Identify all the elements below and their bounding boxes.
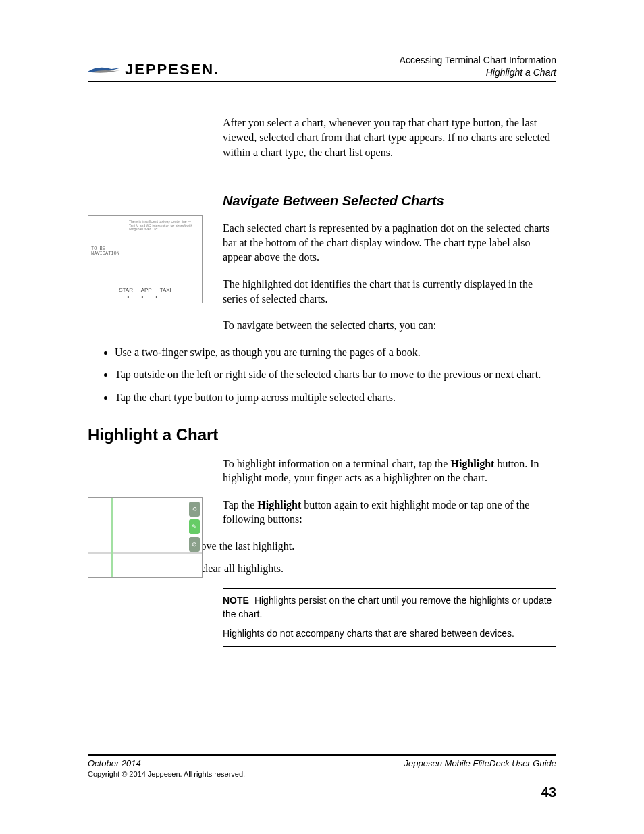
logo-text: JEPPESEN. [125,61,219,78]
undo-icon: ⟲ [189,502,200,517]
note-p2: Highlights do not accompany charts that … [223,627,556,641]
thumb-toolbar: ⟲ ✎ ⊘ [189,502,200,552]
highlight-heading: Highlight a Chart [88,425,556,444]
navigate-bullet-3: Tap the chart type button to jump across… [115,390,556,405]
footer-copyright: Copyright © 2014 Jeppesen. All rights re… [88,770,556,778]
logo: JEPPESEN. [88,61,219,78]
thumb-dot-labels: STAR APP TAXI [88,287,202,293]
highlight-thumbnail: ⟲ ✎ ⊘ [88,497,203,578]
page-header: JEPPESEN. Accessing Terminal Chart Infor… [88,54,556,82]
navigate-p2: The highlighted dot identifies the chart… [223,277,556,306]
thumb-map-stub [88,498,202,577]
highlight-p1-a: To highlight information on a terminal c… [223,458,450,469]
navigate-p1: Each selected chart is represented by a … [223,221,556,265]
footer-date: October 2014 [88,758,141,768]
highlight-p1: To highlight information on a terminal c… [223,457,556,486]
highlight-p2: Tap the Highlight button again to exit h… [223,498,556,527]
highlight-p2-a: Tap the [223,499,257,511]
jeppesen-bird-icon [88,63,122,76]
highlight-icon: ✎ [189,519,200,534]
navigate-p3: To navigate between the selected charts,… [223,318,556,333]
note-text-1: Highlights persist on the chart until yo… [223,595,552,619]
intro-paragraph: After you select a chart, whenever you t… [223,115,556,159]
navigate-bullet-2: Tap outside on the left or right side of… [115,367,556,382]
thumb-tiny-text: There is insufficient taxiway center lin… [129,220,195,232]
navigate-heading: Navigate Between Selected Charts [223,193,556,209]
note-p1: NOTEHighlights persist on the chart unti… [223,594,556,621]
page-number: 43 [88,785,556,800]
header-section: Accessing Terminal Chart Information [400,54,556,66]
content-area: After you select a chart, whenever you t… [88,115,556,646]
page-footer: October 2014 Jeppesen Mobile FliteDeck U… [88,754,556,800]
navigate-bullet-1: Use a two-finger swipe, as though you ar… [115,345,556,360]
thumb-nav-label: TO BE NAVIGATION [91,246,119,256]
note-block: NOTEHighlights persist on the chart unti… [223,588,556,647]
highlight-p2-bold: Highlight [257,499,301,511]
navigate-bullets: Use a two-finger swipe, as though you ar… [115,345,556,405]
note-label: NOTE [223,595,249,606]
highlight-p1-bold: Highlight [450,458,494,469]
footer-guide: Jeppesen Mobile FliteDeck User Guide [404,758,556,768]
header-breadcrumb: Accessing Terminal Chart Information Hig… [400,54,556,78]
footer-rule [88,754,556,756]
navigate-thumbnail: There is insufficient taxiway center lin… [88,215,203,303]
clear-icon: ⊘ [189,537,200,552]
thumb-dots: • • • [88,294,202,300]
header-subsection: Highlight a Chart [400,66,556,78]
